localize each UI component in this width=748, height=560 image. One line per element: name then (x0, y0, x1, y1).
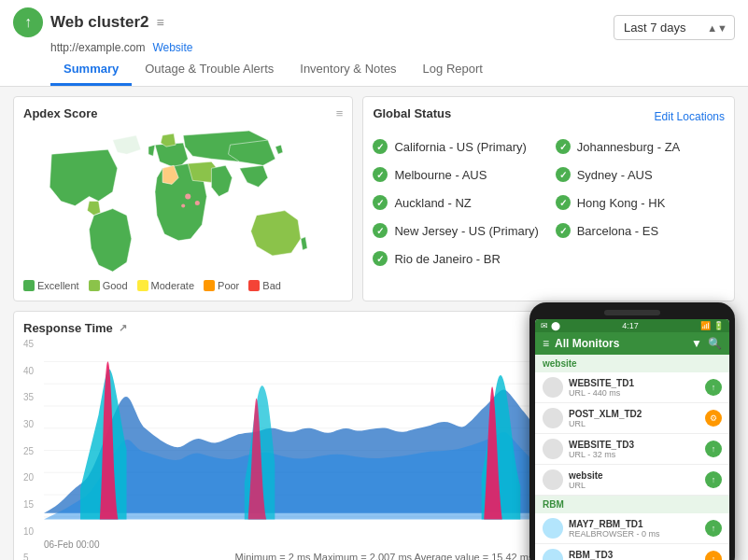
header: ↑ Web cluster2 ≡ http://example.com Webs… (0, 0, 748, 87)
list-item-website[interactable]: website URL ↑ (535, 465, 729, 496)
status-dot-newjersey (373, 223, 388, 238)
date-range-wrapper: Last 7 days Last 24 hours Last 30 days ▲… (614, 15, 735, 40)
search-icon[interactable]: 🔍 (708, 337, 722, 350)
panel-menu-icon[interactable]: ≡ (336, 106, 344, 120)
poor-label: Poor (218, 280, 239, 291)
menu-icon[interactable]: ≡ (157, 15, 164, 30)
item-sub-3: URL - 32 ms (569, 450, 699, 459)
phone-toolbar: ≡ All Monitors ▼ 🔍 (535, 332, 729, 355)
status-dot-rio (373, 251, 388, 266)
status-dot-auckland (373, 195, 388, 210)
item-text-2: POST_XLM_TD2 URL (569, 409, 699, 428)
location-name-sydney: Sydney - AUS (577, 168, 653, 182)
svg-point-1 (195, 201, 200, 205)
monitor-icon-3 (543, 439, 563, 459)
location-name-auckland: Auckland - NZ (394, 196, 471, 210)
hamburger-icon[interactable]: ≡ (543, 337, 549, 350)
phone-status-icons: ✉ ⬤ (541, 321, 560, 330)
location-name-newjersey: New Jersey - US (Primary) (394, 224, 539, 238)
phone-notch (604, 310, 660, 315)
phone-frame: ✉ ⬤ 4:17 📶 🔋 ≡ All Monitors ▼ 🔍 website (529, 302, 735, 560)
apdex-title-row: Apdex Score ≡ (23, 106, 343, 120)
item-name-3: WEBSITE_TD3 (569, 440, 699, 450)
phone-signal-icons: 📶 🔋 (700, 321, 724, 330)
location-sydney: Sydney - AUS (556, 167, 725, 182)
svg-point-0 (185, 193, 191, 199)
site-url-row: http://example.com Website (50, 41, 496, 54)
legend-poor: Poor (204, 280, 239, 291)
item-text-5: MAY7_RBM_TD1 REALBROWSER - 0 ms (569, 519, 699, 539)
locations-grid: California - US (Primary) Johannesburg -… (373, 139, 725, 266)
site-link[interactable]: Website (152, 41, 192, 54)
up-icon: ↑ (24, 14, 32, 31)
list-item-rbm-td3[interactable]: RBM_TD3 REALBROWSER - 9894 ms ↑ (535, 544, 729, 560)
phone-screen: ✉ ⬤ 4:17 📶 🔋 ≡ All Monitors ▼ 🔍 website (535, 319, 729, 560)
list-item-post-xlm[interactable]: POST_XLM_TD2 URL ⚙ (535, 403, 729, 434)
phone-statusbar: ✉ ⬤ 4:17 📶 🔋 (535, 319, 729, 332)
location-name-barcelona: Barcelona - ES (577, 224, 658, 238)
global-status-title: Global Status (373, 106, 451, 120)
location-name-johannesburg: Johannesburg - ZA (577, 140, 681, 154)
item-name-1: WEBSITE_TD1 (569, 378, 699, 388)
legend-bad: Bad (248, 280, 281, 291)
phone-section-website: website (535, 355, 729, 372)
item-name-5: MAY7_RBM_TD1 (569, 519, 699, 529)
item-sub-2: URL (569, 419, 699, 428)
phone-toolbar-title: All Monitors (555, 337, 685, 350)
legend-excellent: Excellent (23, 280, 79, 291)
good-label: Good (103, 280, 128, 291)
map-legend: Excellent Good Moderate Poor Bad (23, 280, 343, 291)
bad-color (248, 280, 260, 291)
badge-2: ⚙ (705, 410, 722, 427)
list-item-website-td1[interactable]: WEBSITE_TD1 URL - 440 ms ↑ (535, 372, 729, 403)
location-auckland: Auckland - NZ (373, 195, 542, 210)
location-hongkong: Hong Kong - HK (556, 195, 725, 210)
tab-outage[interactable]: Outage & Trouble Alerts (132, 54, 287, 86)
mobile-overlay: ✉ ⬤ 4:17 📶 🔋 ≡ All Monitors ▼ 🔍 website (529, 302, 735, 560)
world-map-svg (23, 126, 343, 276)
tab-inventory[interactable]: Inventory & Notes (287, 54, 409, 86)
external-link-icon[interactable]: ↗ (119, 322, 127, 334)
y-axis-labels: 45 40 35 30 25 20 15 10 5 (23, 339, 44, 560)
monitor-icon-5 (543, 518, 563, 539)
item-text-6: RBM_TD3 REALBROWSER - 9894 ms (569, 550, 699, 560)
item-name-4: website (569, 470, 699, 481)
header-left: ↑ Web cluster2 ≡ http://example.com Webs… (13, 7, 496, 86)
moderate-label: Moderate (151, 280, 194, 291)
location-rio: Rio de Janeiro - BR (373, 251, 542, 266)
global-status-header: Global Status Edit Locations (373, 106, 725, 126)
poor-color (204, 280, 215, 291)
status-dot-sydney (556, 167, 571, 182)
date-range-select[interactable]: Last 7 days Last 24 hours Last 30 days (614, 15, 735, 40)
legend-moderate: Moderate (137, 280, 194, 291)
status-dot-johannesburg (556, 139, 571, 154)
item-sub-4: URL (569, 481, 699, 490)
moderate-color (137, 280, 148, 291)
phone-section-rbm: RBM (535, 496, 729, 513)
logo-circle: ↑ (13, 7, 43, 37)
list-item-rbm-td1[interactable]: MAY7_RBM_TD1 REALBROWSER - 0 ms ↑ (535, 513, 729, 544)
dropdown-icon[interactable]: ▼ (691, 337, 702, 350)
list-item-website-td3[interactable]: WEBSITE_TD3 URL - 32 ms ↑ (535, 434, 729, 465)
location-name-hongkong: Hong Kong - HK (577, 196, 666, 210)
location-name-california: California - US (Primary) (394, 140, 527, 154)
edit-locations-link[interactable]: Edit Locations (655, 110, 725, 123)
tab-summary[interactable]: Summary (50, 54, 132, 86)
monitor-icon-6 (543, 549, 563, 560)
location-melbourne: Melbourne - AUS (373, 167, 542, 182)
badge-5: ↑ (705, 520, 722, 537)
phone-time: 4:17 (622, 321, 639, 330)
status-dot-hongkong (556, 195, 571, 210)
site-url-text: http://example.com (50, 41, 145, 54)
location-name-melbourne: Melbourne - AUS (394, 168, 487, 182)
tab-log[interactable]: Log Report (410, 54, 496, 86)
site-title: Web cluster2 (50, 13, 149, 32)
item-sub-1: URL - 440 ms (569, 388, 699, 398)
x-label-start: 06-Feb 00:00 (44, 539, 100, 550)
svg-point-2 (181, 204, 185, 208)
bottom-row: Response Time ↗ 45 40 35 30 25 20 15 10 … (13, 311, 735, 560)
badge-6: ↑ (705, 551, 722, 560)
main-content: Apdex Score ≡ (0, 87, 748, 560)
badge-3: ↑ (705, 441, 722, 457)
location-name-rio: Rio de Janeiro - BR (394, 252, 500, 266)
